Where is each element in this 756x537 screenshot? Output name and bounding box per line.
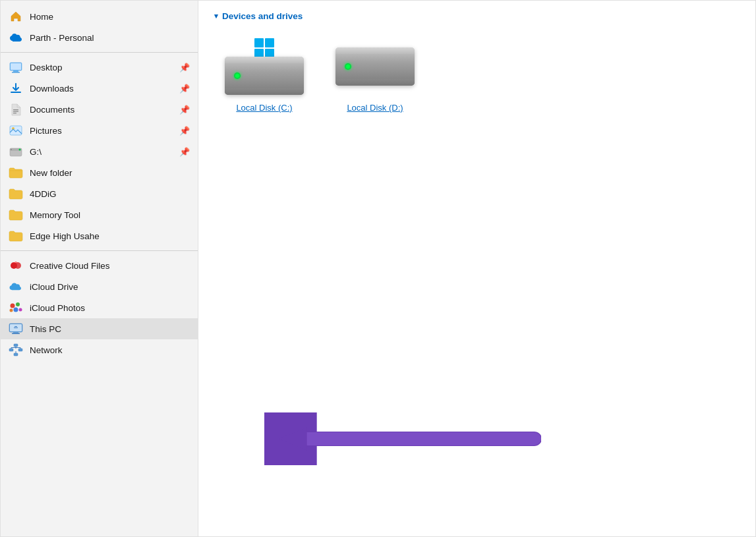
sidebar-item-icloud-drive-label: iCloud Drive (30, 282, 78, 292)
sidebar-item-this-pc[interactable]: This PC (1, 318, 198, 339)
sidebar-item-new-folder-label: New folder (30, 168, 73, 178)
arrow-annotation (264, 412, 541, 465)
svg-rect-26 (14, 344, 18, 347)
sidebar-item-creative-cloud[interactable]: Creative Cloud Files (1, 255, 198, 276)
sidebar-item-this-pc-label: This PC (30, 324, 61, 334)
svg-rect-29 (14, 353, 18, 356)
icloud-photos-icon (9, 300, 23, 315)
cloud-personal-icon (9, 30, 23, 45)
sidebar-item-parth-label: Parth - Personal (30, 33, 94, 43)
folder-icon-edge (9, 229, 23, 243)
svg-point-19 (19, 308, 22, 312)
divider-top (1, 52, 198, 53)
svg-rect-24 (15, 326, 17, 327)
svg-marker-37 (279, 427, 307, 451)
sidebar-item-pictures[interactable]: Pictures 📌 (1, 120, 198, 141)
svg-rect-6 (13, 113, 16, 113)
drive-c-led (234, 72, 241, 79)
svg-point-11 (19, 149, 21, 151)
svg-rect-4 (13, 109, 18, 110)
sidebar-item-memory-tool[interactable]: Memory Tool (1, 204, 198, 225)
svg-rect-25 (14, 327, 18, 328)
pin-icon-downloads: 📌 (179, 84, 190, 94)
sidebar-item-icloud-drive[interactable]: iCloud Drive (1, 276, 198, 297)
drive-c-hdd-body (225, 57, 304, 95)
this-pc-icon (9, 322, 23, 336)
home-icon (9, 9, 23, 24)
drive-d[interactable]: Local Disk (D:) (330, 32, 420, 118)
sidebar: Home Parth - Personal Desktop 📌 (1, 1, 198, 536)
sidebar-item-icloud-photos[interactable]: iCloud Photos (1, 297, 198, 318)
sidebar-item-network[interactable]: Network (1, 339, 198, 360)
pin-icon-documents: 📌 (179, 105, 190, 115)
drive-c[interactable]: Local Disk (C:) (219, 32, 309, 118)
creative-cloud-icon (9, 258, 23, 273)
sidebar-item-network-label: Network (30, 345, 63, 355)
sidebar-item-home-label: Home (30, 12, 53, 22)
pictures-icon (9, 123, 23, 138)
sidebar-item-documents-label: Documents (30, 105, 74, 115)
drive-c-label[interactable]: Local Disk (C:) (236, 103, 292, 113)
network-icon (9, 343, 23, 357)
pin-icon-pictures: 📌 (179, 126, 190, 136)
sidebar-item-new-folder[interactable]: New folder (1, 162, 198, 183)
icloud-drive-icon (9, 279, 23, 294)
drive-d-icon-wrapper (335, 37, 415, 96)
sidebar-item-memory-tool-label: Memory Tool (30, 210, 80, 220)
svg-rect-3 (11, 63, 21, 70)
svg-rect-1 (13, 71, 18, 72)
pin-icon-g-drive: 📌 (179, 147, 190, 157)
drive-d-hdd-body (335, 47, 415, 86)
sidebar-item-edge-high-label: Edge High Usahe (30, 231, 100, 241)
windows-logo (254, 38, 274, 58)
devices-section-header[interactable]: ▾ Devices and drives (214, 11, 740, 21)
svg-rect-22 (13, 332, 18, 333)
folder-icon-4ddig (9, 186, 23, 201)
folder-icon-new (9, 165, 23, 180)
svg-rect-5 (13, 111, 18, 112)
sidebar-item-home[interactable]: Home (1, 6, 198, 27)
downloads-icon (9, 81, 23, 96)
svg-point-12 (11, 149, 12, 150)
sidebar-item-downloads-label: Downloads (30, 84, 74, 94)
sidebar-item-desktop-label: Desktop (30, 63, 63, 72)
svg-rect-2 (12, 72, 20, 73)
folder-icon-memory (9, 208, 23, 222)
svg-rect-28 (18, 349, 22, 351)
svg-point-15 (11, 304, 15, 308)
desktop-folder-icon (9, 60, 23, 74)
drives-grid: Local Disk (C:) Local Disk (D:) (214, 32, 740, 118)
sidebar-item-4ddig[interactable]: 4DDiG (1, 183, 198, 204)
sidebar-item-4ddig-label: 4DDiG (30, 189, 57, 199)
sidebar-item-g-drive-label: G:\ (30, 147, 42, 157)
chevron-icon: ▾ (214, 12, 218, 20)
sidebar-item-desktop[interactable]: Desktop 📌 (1, 57, 198, 78)
devices-section-title: Devices and drives (222, 11, 303, 21)
svg-point-18 (10, 309, 13, 312)
sidebar-item-pictures-label: Pictures (30, 126, 62, 136)
win-tile-2 (265, 38, 274, 47)
drive-d-label[interactable]: Local Disk (D:) (347, 103, 403, 113)
sidebar-item-icloud-photos-label: iCloud Photos (30, 303, 85, 313)
drive-c-icon-wrapper (225, 37, 304, 96)
sidebar-item-documents[interactable]: Documents 📌 (1, 99, 198, 120)
sidebar-item-downloads[interactable]: Downloads 📌 (1, 78, 198, 99)
svg-rect-23 (12, 333, 20, 335)
documents-icon (9, 102, 23, 117)
divider-middle (1, 250, 198, 251)
g-drive-icon (9, 144, 23, 159)
svg-point-14 (15, 262, 21, 269)
sidebar-item-creative-cloud-label: Creative Cloud Files (30, 261, 110, 271)
drive-d-led (345, 63, 351, 70)
main-content: ▾ Devices and drives Local Disk (C:) (198, 1, 755, 536)
sidebar-item-edge-high[interactable]: Edge High Usahe (1, 225, 198, 246)
svg-rect-27 (9, 349, 13, 351)
svg-point-17 (14, 308, 18, 312)
win-tile-1 (254, 38, 264, 47)
sidebar-item-parth-personal[interactable]: Parth - Personal (1, 27, 198, 48)
sidebar-item-g-drive[interactable]: G:\ 📌 (1, 141, 198, 162)
svg-point-16 (16, 302, 20, 306)
pin-icon-desktop: 📌 (179, 63, 190, 72)
